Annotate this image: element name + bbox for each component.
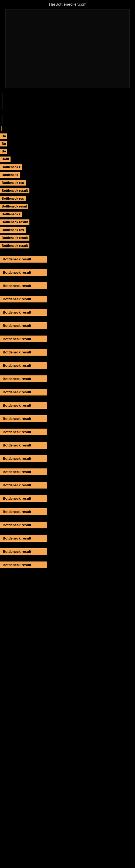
result-row: Bottleneck result bbox=[0, 389, 135, 396]
result-row: Bottleneck result bbox=[0, 468, 135, 475]
result-row: Bottleneck result bbox=[0, 219, 135, 226]
result-badge: Bottleneck result bbox=[0, 282, 47, 289]
result-row: Bottleneck result bbox=[0, 188, 135, 194]
result-badge: Bottleneck res bbox=[0, 196, 26, 201]
result-row: Bottleneck bbox=[0, 172, 135, 179]
result-row: Bottleneck result bbox=[0, 256, 135, 262]
result-badge: Bottleneck result bbox=[0, 243, 30, 248]
result-badge: Bottleneck result bbox=[0, 402, 47, 409]
result-badge: Bottleneck r bbox=[0, 212, 22, 217]
result-badge: Bottleneck result bbox=[0, 389, 47, 396]
result-badge: Bottleneck result bbox=[0, 429, 47, 435]
result-row: Bottleneck res bbox=[0, 180, 135, 187]
result-row: Bottleneck result bbox=[0, 455, 135, 462]
result-badge: Bottleneck result bbox=[0, 362, 47, 369]
result-row: Bottleneck result bbox=[0, 535, 135, 542]
result-badge: Bottleneck result bbox=[0, 548, 47, 555]
result-badge: Bo bbox=[0, 149, 7, 154]
result-row: Bottleneck result bbox=[0, 309, 135, 316]
result-badge: Bottleneck res bbox=[0, 180, 26, 186]
result-badge: Bottleneck result bbox=[0, 561, 47, 568]
result-badge: Bottleneck result bbox=[0, 415, 47, 422]
result-row: Bottleneck result bbox=[0, 235, 135, 242]
result-row: Bottleneck result bbox=[0, 322, 135, 329]
result-row: Bottleneck result bbox=[0, 495, 135, 502]
result-row: Bottleneck result bbox=[0, 349, 135, 355]
result-badge: Bottleneck resul bbox=[0, 204, 28, 209]
result-row: Bottleneck result bbox=[0, 442, 135, 448]
result-row: Bottleneck resul bbox=[0, 204, 135, 210]
result-badge: Bottleneck result bbox=[0, 442, 47, 448]
result-row: Bottleneck result bbox=[0, 362, 135, 369]
result-badge: Bottleneck result bbox=[0, 269, 47, 276]
site-title: TheBottlenecker.com bbox=[0, 0, 135, 6]
result-badge: Bottleneck res bbox=[0, 227, 26, 233]
result-badge: Bottleneck result bbox=[0, 375, 47, 382]
result-badge: Bottleneck result bbox=[0, 508, 47, 515]
result-badge: Bottleneck result bbox=[0, 322, 47, 329]
result-row: Bottleneck r bbox=[0, 212, 135, 218]
result-row: Bottleneck res bbox=[0, 196, 135, 203]
result-row: Bottleneck result bbox=[0, 508, 135, 515]
result-badge: Bottleneck bbox=[0, 172, 20, 178]
result-row: Bottleneck res bbox=[0, 227, 135, 234]
result-badge: Bottleneck result bbox=[0, 235, 30, 241]
result-row: Bottleneck result bbox=[0, 561, 135, 568]
result-row: Bottleneck result bbox=[0, 402, 135, 409]
result-row: Bottleneck result bbox=[0, 482, 135, 489]
result-badge: Bottleneck result bbox=[0, 256, 47, 262]
result-badge: Bottleneck result bbox=[0, 349, 47, 355]
result-badge: Bottleneck result bbox=[0, 219, 30, 225]
result-badge: Bottleneck result bbox=[0, 522, 47, 528]
result-row: Bo bbox=[0, 133, 135, 140]
result-row: Bottleneck result bbox=[0, 296, 135, 303]
result-badge: Bottleneck result bbox=[0, 455, 47, 462]
result-row: Bottleneck result bbox=[0, 269, 135, 276]
result-badge: Bo bbox=[0, 141, 7, 147]
result-badge: Bottl bbox=[0, 156, 10, 162]
result-badge: Bottleneck r bbox=[0, 164, 22, 170]
result-badge: Bottleneck result bbox=[0, 296, 47, 303]
result-badge: Bottleneck result bbox=[0, 482, 47, 489]
result-row: Bottl bbox=[0, 156, 135, 163]
cursor-line bbox=[2, 93, 2, 110]
result-row: Bottleneck result bbox=[0, 429, 135, 435]
chart-area bbox=[5, 9, 130, 88]
result-row: Bottleneck result bbox=[0, 522, 135, 528]
result-badge: Bo bbox=[0, 133, 7, 139]
result-badge: Bottleneck result bbox=[0, 309, 47, 316]
cursor-line-2 bbox=[2, 115, 2, 123]
result-row: Bottleneck result bbox=[0, 336, 135, 342]
page-wrapper: TheBottlenecker.com Bo Bo Bo Bottl Bottl… bbox=[0, 0, 135, 868]
result-row: Bottleneck result bbox=[0, 282, 135, 289]
result-row: Bottleneck result bbox=[0, 243, 135, 250]
result-row: Bo bbox=[0, 149, 135, 155]
result-badge: Bottleneck result bbox=[0, 535, 47, 542]
result-row: Bottleneck result bbox=[0, 415, 135, 422]
result-row: Bottleneck result bbox=[0, 375, 135, 382]
result-badge: Bottleneck result bbox=[0, 336, 47, 342]
result-row: Bottleneck r bbox=[0, 164, 135, 171]
result-row: Bottleneck result bbox=[0, 548, 135, 555]
small-label bbox=[1, 126, 2, 131]
result-badge: Bottleneck result bbox=[0, 468, 47, 475]
result-row: Bo bbox=[0, 141, 135, 148]
result-badge: Bottleneck result bbox=[0, 188, 30, 193]
result-badge: Bottleneck result bbox=[0, 495, 47, 502]
